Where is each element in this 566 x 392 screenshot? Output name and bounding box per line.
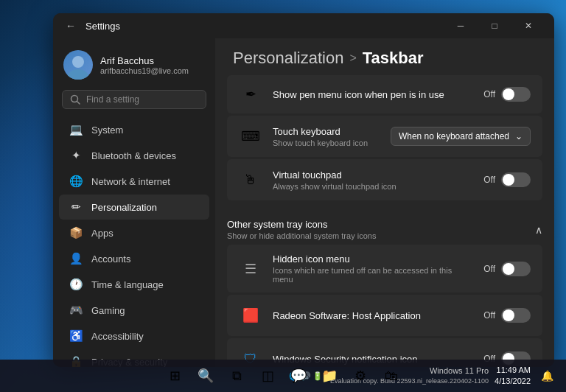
hidden-icon-menu-icon: ☰ bbox=[239, 257, 262, 281]
breadcrumb-arrow: > bbox=[349, 52, 356, 65]
sidebar-item-label: Network & internet bbox=[91, 176, 170, 187]
setting-item-virtual-touchpad: 🖱 Virtual touchpad Always show virtual t… bbox=[227, 159, 542, 200]
sidebar-item-label: Bluetooth & devices bbox=[91, 150, 176, 161]
breadcrumb-parent: Personalization bbox=[233, 49, 343, 68]
close-button[interactable]: ✕ bbox=[511, 13, 545, 38]
pen-toggle[interactable] bbox=[501, 87, 531, 102]
touch-keyboard-control: When no keyboard attached ⌄ bbox=[391, 127, 531, 146]
minimize-button[interactable]: ─ bbox=[444, 13, 478, 38]
file-explorer-taskbar-icon[interactable]: 📁 bbox=[316, 363, 343, 389]
hidden-icon-menu-title: Hidden icon menu bbox=[273, 253, 467, 265]
sidebar: Arif Bacchus arifbacchus19@live.com 💻Sys… bbox=[53, 38, 215, 367]
window-title: Settings bbox=[85, 21, 444, 32]
sidebar-item-personalization[interactable]: ✏Personalization bbox=[59, 195, 209, 220]
task-view-taskbar-icon[interactable]: ⧉ bbox=[223, 363, 250, 389]
avatar bbox=[63, 50, 93, 80]
virtual-touchpad-toggle-label: Off bbox=[478, 175, 495, 185]
sidebar-item-accessibility[interactable]: ♿Accessibility bbox=[59, 323, 209, 349]
sidebar-item-label: Accessibility bbox=[91, 331, 144, 342]
nav-list: 💻System✦Bluetooth & devices🌐Network & in… bbox=[53, 116, 215, 367]
taskbar: ⊞🔍⧉◫💬📁⚙🛍 🌐 🔊 🔋 Windows 11 Pro Evaluation… bbox=[0, 360, 566, 392]
notification-icon[interactable]: 🔔 bbox=[534, 363, 560, 389]
svg-line-3 bbox=[77, 102, 80, 105]
back-button[interactable]: ← bbox=[62, 17, 80, 35]
touch-keyboard-text: Touch keyboard Show touch keyboard icon bbox=[273, 126, 380, 147]
user-name: Arif Bacchus bbox=[100, 55, 189, 66]
accessibility-icon: ♿ bbox=[69, 329, 83, 343]
windows-start-taskbar-icon[interactable]: ⊞ bbox=[161, 363, 188, 389]
sidebar-item-label: System bbox=[91, 125, 123, 136]
accounts-icon: 👤 bbox=[69, 252, 83, 265]
hidden-icon-menu-desc: Icons which are turned off can be access… bbox=[273, 266, 467, 284]
search-taskbar-icon[interactable]: 🔍 bbox=[192, 363, 219, 389]
sidebar-item-label: Gaming bbox=[91, 305, 125, 316]
touch-keyboard-dropdown-value: When no keyboard attached bbox=[399, 131, 509, 141]
sidebar-item-bluetooth[interactable]: ✦Bluetooth & devices bbox=[59, 143, 209, 168]
store-taskbar-icon[interactable]: 🛍 bbox=[378, 363, 405, 389]
sidebar-item-label: Accounts bbox=[91, 253, 130, 265]
settings-section-main: ⌨ Touch keyboard Show touch keyboard ico… bbox=[215, 116, 554, 211]
win-edition: Windows 11 Pro bbox=[430, 365, 489, 377]
sidebar-item-network[interactable]: 🌐Network & internet bbox=[59, 169, 209, 194]
svg-point-0 bbox=[72, 56, 84, 68]
sidebar-item-accounts[interactable]: 👤Accounts bbox=[59, 246, 209, 271]
main-content: Personalization > Taskbar ✒ Show pen men… bbox=[215, 38, 554, 367]
hidden-icon-menu-text: Hidden icon menu Icons which are turned … bbox=[273, 253, 467, 284]
settings-taskbar-icon[interactable]: ⚙ bbox=[347, 363, 374, 389]
chat-taskbar-icon[interactable]: 💬 bbox=[285, 363, 312, 389]
bluetooth-icon: ✦ bbox=[69, 149, 83, 162]
chevron-up-icon: ∧ bbox=[535, 224, 542, 236]
system-tray-header[interactable]: Other system tray icons Show or hide add… bbox=[215, 211, 554, 245]
apps-icon: 📦 bbox=[69, 226, 83, 239]
tray-items-section: ☰ Hidden icon menu Icons which are turne… bbox=[215, 245, 554, 367]
page-header: Personalization > Taskbar bbox=[215, 38, 554, 75]
sidebar-item-gaming[interactable]: 🎮Gaming bbox=[59, 298, 209, 323]
user-email: arifbacchus19@live.com bbox=[100, 66, 189, 75]
pen-control: Off bbox=[478, 87, 531, 102]
sidebar-item-label: Personalization bbox=[91, 202, 157, 213]
virtual-touchpad-text: Virtual touchpad Always show virtual tou… bbox=[273, 169, 467, 191]
taskbar-time: 11:49 AM bbox=[497, 365, 531, 376]
time-icon: 🕐 bbox=[69, 278, 83, 291]
virtual-touchpad-desc: Always show virtual touchpad icon bbox=[273, 182, 467, 191]
virtual-touchpad-toggle[interactable] bbox=[501, 172, 531, 187]
sidebar-item-time[interactable]: 🕐Time & language bbox=[59, 272, 209, 297]
hidden-icon-menu-toggle-label: Off bbox=[478, 264, 495, 274]
pen-icon: ✒ bbox=[239, 83, 262, 106]
settings-body: Arif Bacchus arifbacchus19@live.com 💻Sys… bbox=[53, 38, 554, 367]
search-box[interactable] bbox=[62, 90, 206, 109]
sidebar-item-label: Apps bbox=[91, 228, 113, 239]
maximize-button[interactable]: □ bbox=[478, 13, 511, 38]
virtual-touchpad-title: Virtual touchpad bbox=[273, 169, 467, 181]
window-controls: ─ □ ✕ bbox=[444, 13, 545, 38]
user-profile[interactable]: Arif Bacchus arifbacchus19@live.com bbox=[53, 44, 215, 90]
radeon-software-toggle-label: Off bbox=[478, 310, 495, 321]
search-input[interactable] bbox=[86, 94, 198, 105]
radeon-software-text: Radeon Software: Host Application bbox=[273, 310, 467, 321]
tray-item-hidden-icon-menu: ☰ Hidden icon menu Icons which are turne… bbox=[227, 245, 542, 293]
gaming-icon: 🎮 bbox=[69, 304, 83, 317]
search-icon bbox=[70, 94, 80, 105]
virtual-touchpad-control: Off bbox=[478, 172, 531, 187]
chevron-down-icon: ⌄ bbox=[515, 131, 523, 141]
sidebar-item-apps[interactable]: 📦Apps bbox=[59, 220, 209, 245]
pen-title: Show pen menu icon when pen is in use bbox=[273, 89, 467, 100]
personalization-icon: ✏ bbox=[69, 200, 83, 214]
hidden-icon-menu-control: Off bbox=[478, 262, 531, 276]
breadcrumb-current: Taskbar bbox=[363, 49, 424, 68]
virtual-touchpad-icon: 🖱 bbox=[239, 168, 262, 192]
hidden-icon-menu-toggle[interactable] bbox=[501, 262, 531, 276]
radeon-software-control: Off bbox=[478, 308, 531, 323]
radeon-software-toggle[interactable] bbox=[501, 308, 531, 323]
widgets-taskbar-icon[interactable]: ◫ bbox=[254, 363, 281, 389]
taskbar-datetime[interactable]: 11:49 AM 4/13/2022 bbox=[495, 365, 531, 388]
setting-item-touch-keyboard: ⌨ Touch keyboard Show touch keyboard ico… bbox=[227, 116, 542, 157]
radeon-software-icon: 🟥 bbox=[239, 304, 262, 327]
svg-point-1 bbox=[68, 69, 88, 80]
taskbar-center: ⊞🔍⧉◫💬📁⚙🛍 bbox=[161, 363, 405, 389]
section-title: Other system tray icons bbox=[227, 219, 376, 230]
sidebar-item-system[interactable]: 💻System bbox=[59, 117, 209, 142]
touch-keyboard-dropdown[interactable]: When no keyboard attached ⌄ bbox=[391, 127, 531, 146]
network-icon: 🌐 bbox=[69, 175, 83, 188]
pen-menu-item: ✒ Show pen menu icon when pen is in use … bbox=[227, 75, 542, 113]
